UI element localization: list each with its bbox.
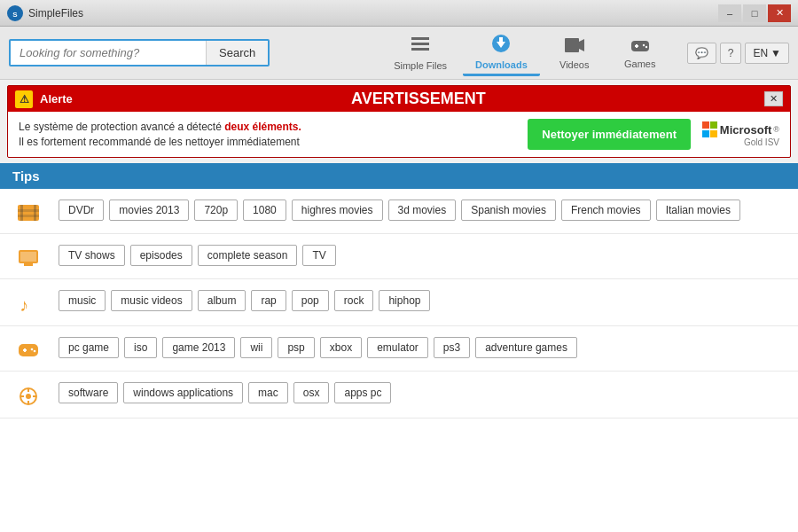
tag-button[interactable]: windows applications [123, 382, 243, 403]
alert-body-line2: Il es fortement recommandé de les nettoy… [19, 136, 300, 148]
tag-button[interactable]: pc game [59, 337, 119, 358]
alert-close-button[interactable]: ✕ [764, 91, 783, 106]
tag-button[interactable]: wii [240, 337, 272, 358]
nav-label-simple-files: Simple Files [394, 60, 447, 71]
tag-button[interactable]: iso [124, 337, 157, 358]
tag-button[interactable]: adventure games [475, 337, 577, 358]
svg-marker-8 [579, 39, 584, 51]
svg-rect-25 [24, 348, 26, 352]
alert-main-title: AVERTISSEMENT [73, 90, 764, 108]
tag-button[interactable]: apps pc [334, 382, 391, 403]
ms-registered: ® [773, 125, 779, 134]
tag-button[interactable]: Italian movies [656, 200, 740, 221]
svg-point-29 [26, 394, 31, 399]
category-icon-games [12, 337, 44, 360]
nav-item-simple-files[interactable]: Simple Files [381, 32, 459, 74]
tags-container-movies: DVDrmovies 2013720p1080highres movies3d … [59, 200, 740, 221]
toolbar-right: 💬 ? EN ▼ [687, 43, 789, 64]
tag-button[interactable]: highres movies [292, 200, 383, 221]
nav-label-downloads: Downloads [475, 59, 528, 70]
tag-button[interactable]: osx [293, 382, 330, 403]
svg-rect-18 [18, 215, 39, 217]
nav-item-downloads[interactable]: Downloads [463, 29, 540, 76]
category-section-tv: TV showsepisodescomplete seasonTV [0, 234, 798, 279]
downloads-icon [490, 33, 512, 58]
tag-button[interactable]: movies 2013 [109, 200, 189, 221]
category-section-software: softwarewindows applicationsmacosxapps p… [0, 372, 798, 419]
alert-title-bar: ⚠ Alerte AVERTISSEMENT ✕ [8, 86, 790, 112]
alert-clean-button[interactable]: Nettoyer immédiatement [528, 119, 691, 150]
search-input[interactable] [11, 41, 206, 65]
alert-highlight: deux éléments. [224, 121, 301, 133]
tips-header: Tips [0, 163, 798, 189]
nav-item-games[interactable]: Games [609, 34, 671, 73]
tips-title: Tips [12, 168, 40, 184]
games-icon [630, 37, 651, 57]
help-button[interactable]: ? [720, 43, 742, 64]
tag-button[interactable]: psp [278, 337, 314, 358]
alert-warning-icon: ⚠ [15, 90, 33, 108]
category-icon-tv [12, 245, 44, 268]
tag-button[interactable]: game 2013 [162, 337, 235, 358]
toolbar-nav: Simple Files Downloads Videos Games [381, 29, 671, 76]
toolbar: Search Simple Files Downloads Videos Gam… [0, 27, 798, 80]
category-icon-music: ♪ [12, 290, 44, 315]
svg-point-13 [645, 45, 647, 47]
nav-item-videos[interactable]: Videos [544, 33, 606, 74]
alert-body: Le système de protection avancé a détect… [8, 112, 790, 157]
alert-title-left: ⚠ Alerte [15, 90, 73, 108]
language-button[interactable]: EN ▼ [745, 43, 789, 64]
svg-rect-21 [24, 263, 33, 266]
tag-button[interactable]: pop [292, 290, 329, 311]
svg-rect-4 [411, 48, 429, 51]
tag-button[interactable]: rock [334, 290, 374, 311]
main-content: DVDrmovies 2013720p1080highres movies3d … [0, 189, 798, 532]
alert-body-line1: Le système de protection avancé a détect… [19, 121, 222, 133]
lang-arrow-icon: ▼ [771, 47, 781, 59]
category-section-music: ♪musicmusic videosalbumrappoprockhiphop [0, 279, 798, 326]
close-button[interactable]: ✕ [768, 4, 791, 22]
tag-button[interactable]: software [59, 382, 118, 403]
search-button[interactable]: Search [206, 41, 268, 65]
category-section-games: pc gameisogame 2013wiipspxboxemulatorps3… [0, 326, 798, 372]
title-bar-left: S SimpleFiles [7, 5, 83, 21]
svg-text:♪: ♪ [20, 295, 28, 315]
tag-button[interactable]: hiphop [379, 290, 430, 311]
minimize-button[interactable]: – [718, 4, 741, 22]
category-section-movies: DVDrmovies 2013720p1080highres movies3d … [0, 189, 798, 234]
window-controls[interactable]: – □ ✕ [718, 4, 791, 22]
tag-button[interactable]: ps3 [434, 337, 470, 358]
tag-button[interactable]: xbox [320, 337, 362, 358]
window-title: SimpleFiles [28, 7, 83, 20]
tag-button[interactable]: 1080 [243, 200, 286, 221]
nav-label-videos: Videos [559, 59, 589, 70]
tag-button[interactable]: TV [302, 245, 335, 266]
svg-rect-15 [20, 205, 23, 221]
tag-button[interactable]: French movies [561, 200, 651, 221]
tag-button[interactable]: Spanish movies [461, 200, 556, 221]
tag-button[interactable]: complete season [198, 245, 298, 266]
videos-icon [564, 36, 585, 58]
tag-button[interactable]: rap [251, 290, 286, 311]
tag-button[interactable]: DVDr [59, 200, 104, 221]
tag-button[interactable]: episodes [130, 245, 192, 266]
tag-button[interactable]: TV shows [59, 245, 125, 266]
svg-rect-3 [411, 43, 429, 45]
svg-point-27 [34, 350, 36, 353]
tag-button[interactable]: mac [248, 382, 288, 403]
svg-rect-2 [411, 37, 429, 40]
tag-button[interactable]: 3d movies [388, 200, 457, 221]
tag-button[interactable]: 720p [194, 200, 238, 221]
ms-sq-red [702, 121, 709, 129]
maximize-button[interactable]: □ [743, 4, 766, 22]
ms-sq-green [710, 121, 717, 129]
tag-button[interactable]: music videos [111, 290, 192, 311]
alert-banner: ⚠ Alerte AVERTISSEMENT ✕ Le système de p… [7, 85, 791, 158]
tag-button[interactable]: music [59, 290, 106, 311]
tag-button[interactable]: emulator [367, 337, 428, 358]
svg-text:S: S [12, 11, 18, 19]
tag-button[interactable]: album [198, 290, 246, 311]
tags-container-tv: TV showsepisodescomplete seasonTV [59, 245, 336, 266]
nav-label-games: Games [624, 59, 655, 69]
feedback-button[interactable]: 💬 [687, 43, 716, 64]
